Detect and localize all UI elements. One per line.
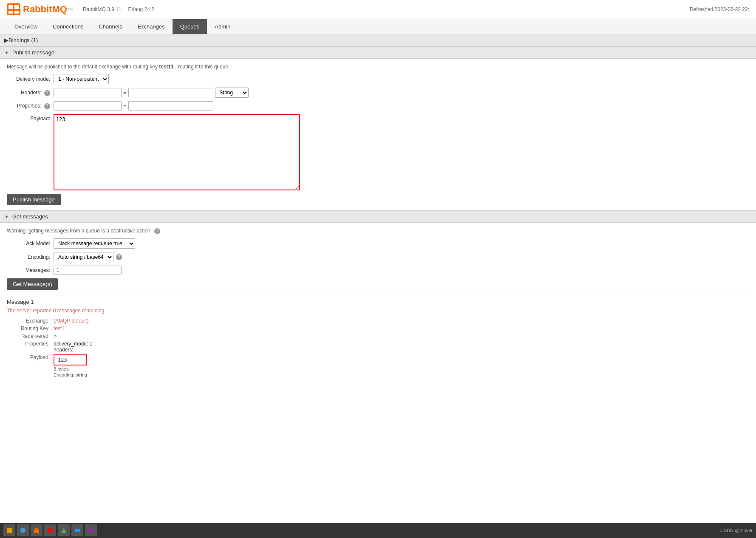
svg-rect-2 xyxy=(14,5,19,9)
version-erlang: Erlang 24.2 xyxy=(128,6,154,12)
payload-result-row: Payload 123 3 bytes Encoding: string xyxy=(7,354,749,377)
payload-size: 3 bytes xyxy=(54,366,87,371)
messages-count-input[interactable] xyxy=(54,266,122,275)
payload-textarea[interactable]: 123 xyxy=(54,114,300,190)
redelivered-result-value: ○ xyxy=(54,333,57,339)
nav-queues[interactable]: Queues xyxy=(173,19,207,34)
payload-result-box: 123 xyxy=(54,354,87,365)
main-content: ▶ Bindings (1) ▼ Publish message Message… xyxy=(0,34,756,391)
routing-key-result-value: test11 xyxy=(54,326,68,331)
headers-value-input[interactable] xyxy=(128,88,213,97)
delivery-mode-select[interactable]: 1 - Non-persistent 2 - Persistent xyxy=(54,74,109,84)
main-nav: Overview Connections Channels Exchanges … xyxy=(0,19,756,34)
redelivered-result-label: Redelivered xyxy=(7,333,54,339)
nav-connections[interactable]: Connections xyxy=(45,19,91,34)
warning-text: Warning: getting messages from a queue i… xyxy=(7,228,749,234)
publish-section-title: Publish message xyxy=(12,49,54,56)
bindings-toggle-icon: ▶ xyxy=(4,37,8,43)
headers-inputs: = String Number Boolean xyxy=(54,88,249,98)
messages-count-row: Messages: xyxy=(7,266,749,275)
headers-label: Headers: ? xyxy=(7,90,54,96)
payload-result-content: 123 3 bytes Encoding: string xyxy=(54,354,87,377)
routing-key-result-row: Routing Key test11 xyxy=(7,326,749,331)
logo: RabbitMQ TM xyxy=(7,3,73,15)
version-rabbitmq: RabbitMQ 3.9.11 xyxy=(83,6,122,12)
encoding-help-icon[interactable]: ? xyxy=(116,254,122,260)
properties-row: Properties: ? = xyxy=(7,101,749,110)
routing-key-result-label: Routing Key xyxy=(7,326,54,331)
encoding-label: Encoding: xyxy=(7,254,54,260)
messages-count-label: Messages: xyxy=(7,267,54,273)
nav-admin[interactable]: Admin xyxy=(207,19,238,34)
encoding-select[interactable]: Auto string / base64 base64 xyxy=(54,252,113,262)
get-messages-toggle-icon: ▼ xyxy=(4,214,9,219)
routing-key-result-link[interactable]: test11 xyxy=(54,326,68,331)
publish-message-button[interactable]: Publish message xyxy=(7,194,61,205)
headers-help-icon[interactable]: ? xyxy=(44,90,50,96)
get-messages-section-header[interactable]: ▼ Get messages xyxy=(0,210,756,223)
properties-result-row: Properties delivery_mode: 1 headers: xyxy=(7,341,749,353)
delivery-mode-row: Delivery mode: 1 - Non-persistent 2 - Pe… xyxy=(7,74,749,84)
ack-mode-select[interactable]: Nack message requeue true Ack message re… xyxy=(54,238,135,249)
ack-mode-label: Ack Mode: xyxy=(7,241,54,246)
rabbitmq-logo-icon xyxy=(7,3,20,15)
headers-key-input[interactable] xyxy=(54,88,122,97)
nav-exchanges[interactable]: Exchanges xyxy=(130,19,172,34)
get-messages-section-title: Get messages xyxy=(12,213,48,220)
publish-info-text: Message will be published to the default… xyxy=(7,64,749,70)
exchange-result-label: Exchange xyxy=(7,318,54,324)
logo-tm-text: TM xyxy=(67,7,73,11)
result-table: Exchange (AMQP default) Routing Key test… xyxy=(7,318,749,377)
properties-value-input[interactable] xyxy=(128,101,213,110)
payload-encoding-label: Encoding: string xyxy=(54,372,87,377)
payload-label: Payload: xyxy=(7,114,54,122)
payload-result-label: Payload xyxy=(7,354,54,360)
redelivered-result-row: Redelivered ○ xyxy=(7,333,749,339)
properties-help-icon[interactable]: ? xyxy=(44,103,50,109)
properties-label: Properties: ? xyxy=(7,103,54,109)
get-messages-button[interactable]: Get Message(s) xyxy=(7,278,58,290)
get-messages-section-content: Warning: getting messages from a queue i… xyxy=(7,223,749,384)
properties-result-value: delivery_mode: 1 headers: xyxy=(54,341,92,353)
nav-channels[interactable]: Channels xyxy=(91,19,130,34)
message-result: Message 1 The server reported 0 messages… xyxy=(7,295,749,377)
bindings-section-header[interactable]: ▶ Bindings (1) xyxy=(0,34,756,46)
properties-inputs: = xyxy=(54,101,213,110)
publish-toggle-icon: ▼ xyxy=(4,50,9,55)
exchange-result-row: Exchange (AMQP default) xyxy=(7,318,749,324)
exchange-result-value: (AMQP default) xyxy=(54,318,88,324)
headers-row: Headers: ? = String Number Boolean xyxy=(7,88,749,98)
exchange-result-link[interactable]: (AMQP default) xyxy=(54,318,88,324)
warning-help-icon[interactable]: ? xyxy=(154,228,160,234)
headers-equals: = xyxy=(123,90,127,96)
svg-rect-3 xyxy=(8,11,13,14)
svg-rect-1 xyxy=(8,5,13,9)
publish-section-header[interactable]: ▼ Publish message xyxy=(0,46,756,59)
bindings-section-title: Bindings (1) xyxy=(8,37,38,43)
encoding-row: Encoding: Auto string / base64 base64 ? xyxy=(7,252,749,262)
headers-type-select[interactable]: String Number Boolean xyxy=(215,88,249,98)
properties-key-input[interactable] xyxy=(54,101,122,110)
properties-result-label: Properties xyxy=(7,341,54,347)
properties-equals: = xyxy=(123,103,127,109)
header: RabbitMQ TM RabbitMQ 3.9.11 Erlang 24.2 … xyxy=(0,0,756,19)
refresh-timestamp: Refreshed 2023-06-22 22: xyxy=(690,6,749,12)
nav-overview[interactable]: Overview xyxy=(7,19,45,34)
delivery-mode-label: Delivery mode: xyxy=(7,76,54,82)
publish-section-content: Message will be published to the default… xyxy=(7,59,749,210)
svg-rect-4 xyxy=(14,11,19,14)
server-message: The server reported 0 messages remaining… xyxy=(7,308,749,314)
ack-mode-row: Ack Mode: Nack message requeue true Ack … xyxy=(7,238,749,249)
payload-row: Payload: 123 xyxy=(7,114,749,190)
message-result-title: Message 1 xyxy=(7,295,749,305)
logo-rabbitmq-text: RabbitMQ xyxy=(23,4,67,15)
